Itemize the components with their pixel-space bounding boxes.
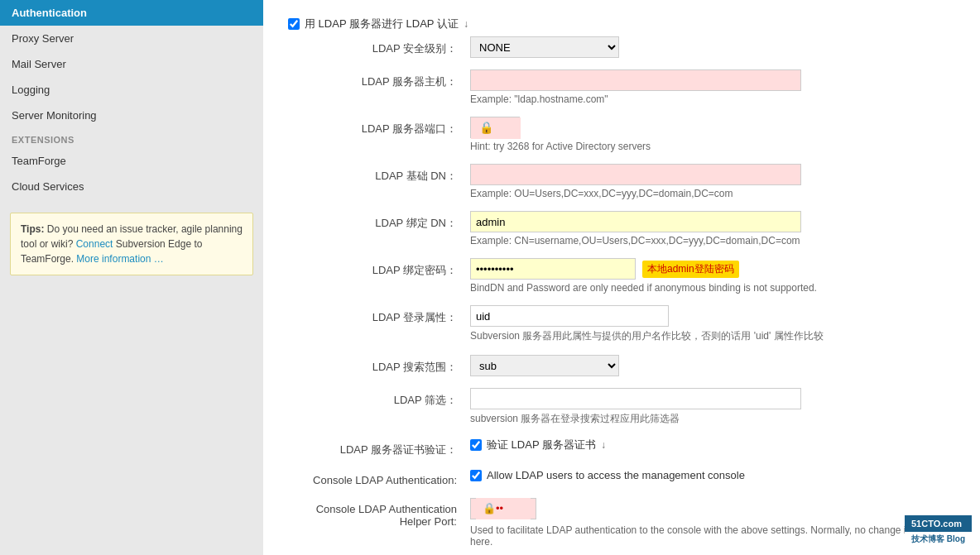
console-ldap-checkbox-label: Allow LDAP users to access the managemen… <box>487 469 745 481</box>
console-ldap-port-hint: Used to facilitate LDAP authentication t… <box>470 524 955 548</box>
ldap-cert-label: LDAP 服务器证书验证： <box>288 438 470 457</box>
svg-text:🔒••: 🔒•• <box>483 501 504 515</box>
sidebar-item-proxy-server[interactable]: Proxy Server <box>0 26 263 51</box>
ldap-base-dn-row: LDAP 基础 DN： Example: OU=Users,DC=xxx,DC=… <box>288 164 955 199</box>
sidebar-item-authentication[interactable]: Authentication <box>0 0 263 26</box>
ldap-base-dn-label: LDAP 基础 DN： <box>288 164 470 184</box>
ldap-security-label: LDAP 安全级别： <box>288 36 470 56</box>
ldap-filter-input[interactable] <box>470 388 801 409</box>
ldap-login-attr-row: LDAP 登录属性： Subversion 服务器用此属性与提供的用户名作比较，… <box>288 305 955 343</box>
sidebar-item-mail-server[interactable]: Mail Server <box>0 51 263 77</box>
sidebar-item-cloud-services[interactable]: Cloud Services <box>0 174 263 199</box>
ldap-search-scope-wrap: sub one base <box>470 355 955 376</box>
console-ldap-port-wrap: 🔒•• Used to facilitate LDAP authenticati… <box>470 498 955 548</box>
ldap-security-select[interactable]: NONE SSL STARTLS <box>470 36 619 58</box>
sidebar-item-logging[interactable]: Logging <box>0 77 263 103</box>
ldap-cert-checkbox[interactable] <box>470 439 482 451</box>
ldap-bind-pwd-label: LDAP 绑定密码： <box>288 258 470 278</box>
watermark-line1: 51CTO.com <box>905 515 972 532</box>
ldap-port-input-redacted[interactable]: 🔒 <box>470 117 520 138</box>
form-area: 用 LDAP 服务器进行 LDAP 认证 ↓ LDAP 安全级别： NONE S… <box>263 0 980 555</box>
ldap-login-attr-label: LDAP 登录属性： <box>288 305 470 325</box>
password-annotation: 本地admin登陆密码 <box>642 261 739 278</box>
ldap-bind-pwd-wrap: 本地admin登陆密码 BindDN and Password are only… <box>470 258 955 294</box>
ldap-bind-dn-label: LDAP 绑定 DN： <box>288 211 470 231</box>
ldap-base-dn-wrap: Example: OU=Users,DC=xxx,DC=yyy,DC=domai… <box>470 164 955 199</box>
console-ldap-label: Console LDAP Authentication: <box>288 469 470 486</box>
ldap-filter-label: LDAP 筛选： <box>288 388 470 408</box>
svg-rect-0 <box>471 117 521 139</box>
console-ldap-checkbox[interactable] <box>470 470 482 481</box>
ldap-host-hint: Example: "ldap.hostname.com" <box>470 93 955 105</box>
ldap-cert-wrap: 验证 LDAP 服务器证书 ↓ <box>470 438 955 452</box>
ldap-base-dn-hint: Example: OU=Users,DC=xxx,DC=yyy,DC=domai… <box>470 188 955 199</box>
console-ldap-row: Console LDAP Authentication: Allow LDAP … <box>288 469 955 486</box>
sidebar-item-teamforge[interactable]: TeamForge <box>0 148 263 174</box>
sidebar-tip: Tips: Do you need an issue tracker, agil… <box>10 213 253 275</box>
use-ldap-checkbox[interactable] <box>288 18 300 30</box>
ldap-search-scope-row: LDAP 搜索范围： sub one base <box>288 355 955 376</box>
console-ldap-port-row: Console LDAP Authentication Helper Port:… <box>288 498 955 548</box>
ldap-login-attr-wrap: Subversion 服务器用此属性与提供的用户名作比较，否则的话用 'uid'… <box>470 305 955 343</box>
ldap-filter-row: LDAP 筛选： subversion 服务器在登录搜索过程应用此筛选器 <box>288 388 955 426</box>
svg-text:🔒: 🔒 <box>479 121 494 135</box>
ldap-search-scope-select[interactable]: sub one base <box>470 355 619 376</box>
ldap-base-dn-input-redacted[interactable] <box>470 164 801 185</box>
extensions-label: EXTENSIONS <box>0 128 263 148</box>
ldap-host-wrap: Example: "ldap.hostname.com" <box>470 69 955 105</box>
use-ldap-label: 用 LDAP 服务器进行 LDAP 认证 <box>305 17 459 31</box>
ldap-port-hint: Hint: try 3268 for Active Directory serv… <box>470 141 955 152</box>
ldap-bind-dn-wrap: Example: CN=username,OU=Users,DC=xxx,DC=… <box>470 211 955 246</box>
ldap-bind-pwd-input[interactable] <box>470 258 636 280</box>
console-ldap-wrap: Allow LDAP users to access the managemen… <box>470 469 955 481</box>
ldap-login-attr-hint: Subversion 服务器用此属性与提供的用户名作比较，否则的话用 'uid'… <box>470 329 955 343</box>
sidebar: Authentication Proxy Server Mail Server … <box>0 0 263 555</box>
console-ldap-port-label: Console LDAP Authentication Helper Port: <box>288 498 470 528</box>
ldap-search-scope-label: LDAP 搜索范围： <box>288 355 470 375</box>
ldap-security-wrap: NONE SSL STARTLS <box>470 36 955 58</box>
ldap-bind-dn-input[interactable] <box>470 211 801 232</box>
ldap-host-row: LDAP 服务器主机： Example: "ldap.hostname.com" <box>288 69 955 105</box>
more-info-link[interactable]: More information … <box>76 253 163 265</box>
ldap-host-input-redacted[interactable] <box>470 69 801 91</box>
ldap-cert-row: LDAP 服务器证书验证： 验证 LDAP 服务器证书 ↓ <box>288 438 955 457</box>
watermark: 51CTO.com 技术博客 Blog <box>905 515 972 547</box>
ldap-port-label: LDAP 服务器端口： <box>288 117 470 136</box>
use-ldap-row: 用 LDAP 服务器进行 LDAP 认证 ↓ <box>288 8 955 36</box>
main-content: 用 LDAP 服务器进行 LDAP 认证 ↓ LDAP 安全级别： NONE S… <box>263 0 980 555</box>
console-ldap-port-input-redacted[interactable]: 🔒•• <box>470 498 536 519</box>
ldap-bind-dn-row: LDAP 绑定 DN： Example: CN=username,OU=User… <box>288 211 955 246</box>
ldap-filter-wrap: subversion 服务器在登录搜索过程应用此筛选器 <box>470 388 955 426</box>
ldap-bind-pwd-hint: BindDN and Password are only needed if a… <box>470 282 955 294</box>
ldap-login-attr-input[interactable] <box>470 305 669 327</box>
ldap-cert-checkbox-label: 验证 LDAP 服务器证书 <box>487 438 596 452</box>
ldap-bind-pwd-row: LDAP 绑定密码： 本地admin登陆密码 BindDN and Passwo… <box>288 258 955 294</box>
ldap-security-row: LDAP 安全级别： NONE SSL STARTLS <box>288 36 955 58</box>
ldap-port-wrap: 🔒 Hint: try 3268 for Active Directory se… <box>470 117 955 152</box>
sidebar-item-server-monitoring[interactable]: Server Monitoring <box>0 103 263 128</box>
connect-link[interactable]: Connect <box>76 238 113 250</box>
ldap-host-label: LDAP 服务器主机： <box>288 69 470 89</box>
ldap-filter-hint: subversion 服务器在登录搜索过程应用此筛选器 <box>470 412 955 426</box>
ldap-bind-dn-hint: Example: CN=username,OU=Users,DC=xxx,DC=… <box>470 235 955 246</box>
ldap-port-row: LDAP 服务器端口： 🔒 Hint: try 3268 for Active … <box>288 117 955 152</box>
watermark-line2: 技术博客 Blog <box>905 532 972 547</box>
